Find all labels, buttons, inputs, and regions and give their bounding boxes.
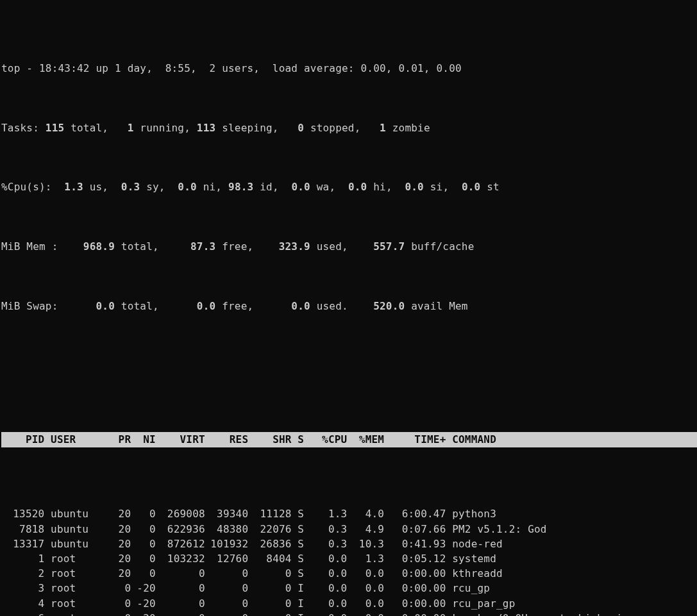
terminal[interactable]: top - 18:43:42 up 1 day, 8:55, 2 users, … (0, 0, 697, 616)
column-header-row[interactable]: PIDUSERPRNIVIRTRESSHRS%CPU%MEMTIME+COMMA… (1, 432, 697, 447)
cell-mem: 1.3 (347, 551, 384, 566)
cpu-st: 0.0 (462, 181, 487, 193)
mem-total: 968.9 (83, 240, 121, 253)
uptime-text: top - 18:43:42 up 1 day, 8:55, 2 users, … (1, 62, 462, 74)
col-mem[interactable]: %MEM (347, 432, 384, 447)
process-row[interactable]: 2root200000S0.00.00:00.00kthreadd (1, 566, 697, 581)
cpu-id-lbl: id, (260, 181, 291, 193)
col-time[interactable]: TIME+ (384, 432, 446, 447)
cell-shr: 0 (248, 566, 291, 581)
cell-pr: 20 (106, 551, 131, 566)
col-cmd[interactable]: COMMAND (446, 432, 496, 447)
cell-mem: 4.9 (347, 522, 384, 537)
cell-cmd: kworker/0:0H-events_highpri (446, 611, 623, 616)
cell-shr: 0 (248, 581, 291, 595)
tasks-sleeping-lbl: sleeping, (222, 122, 298, 134)
col-ni[interactable]: NI (131, 432, 156, 447)
cell-s: I (298, 611, 310, 616)
cell-virt: 0 (156, 566, 205, 581)
cpu-wa: 0.0 (291, 181, 316, 193)
cell-mem: 10.3 (347, 537, 384, 551)
cell-user: root (51, 581, 106, 595)
cell-shr: 22076 (248, 522, 291, 537)
cell-time: 0:00.00 (384, 566, 446, 581)
cell-pid: 1 (1, 551, 44, 566)
swap-avail-lbl: avail Mem (411, 300, 468, 312)
cell-time: 6:00.47 (384, 506, 446, 521)
cell-shr: 8404 (248, 551, 291, 566)
process-row[interactable]: 3root0-20000I0.00.00:00.00rcu_gp (1, 581, 697, 595)
blank-line (1, 358, 697, 373)
cell-user: ubuntu (51, 537, 106, 551)
cell-pr: 20 (106, 566, 131, 581)
cell-mem: 0.0 (347, 581, 384, 595)
cell-cpu: 0.0 (310, 611, 348, 616)
tasks-sleeping: 113 (197, 122, 222, 134)
cell-s: S (298, 537, 310, 551)
cell-res: 48380 (205, 522, 248, 537)
cell-shr: 11128 (248, 506, 291, 521)
cpu-si-lbl: si, (430, 181, 462, 193)
cell-res: 0 (205, 611, 248, 616)
cell-pid: 13317 (1, 537, 44, 551)
col-res[interactable]: RES (205, 432, 248, 447)
cell-user: ubuntu (51, 522, 106, 537)
cpu-ni: 0.0 (178, 181, 203, 193)
cell-res: 0 (205, 566, 248, 581)
cpu-si: 0.0 (405, 181, 430, 193)
cell-cmd: PM2 v5.1.2: God (446, 522, 547, 537)
cell-pid: 6 (1, 611, 44, 616)
col-cpu[interactable]: %CPU (310, 432, 348, 447)
col-virt[interactable]: VIRT (156, 432, 205, 447)
cell-s: S (298, 522, 310, 537)
cell-res: 101932 (205, 537, 248, 551)
cell-virt: 872612 (156, 537, 205, 551)
mem-free: 87.3 (190, 240, 222, 253)
process-row[interactable]: 4root0-20000I0.00.00:00.00rcu_par_gp (1, 596, 697, 611)
cell-cpu: 0.0 (310, 581, 348, 595)
cell-cmd: kthreadd (446, 566, 503, 581)
cpu-hi-lbl: hi, (373, 181, 405, 193)
tasks-stopped-lbl: stopped, (310, 122, 380, 134)
col-user[interactable]: USER (51, 432, 106, 447)
process-list[interactable]: 13520ubuntu2002690083934011128S1.34.06:0… (1, 506, 697, 616)
cell-time: 0:00.00 (384, 581, 446, 595)
mem-buff-lbl: buff/cache (411, 240, 474, 253)
process-row[interactable]: 13520ubuntu2002690083934011128S1.34.06:0… (1, 506, 697, 521)
tasks-running: 1 (128, 122, 140, 134)
cpu-wa-lbl: wa, (317, 181, 348, 193)
swap-total: 0.0 (96, 300, 121, 312)
col-s[interactable]: S (298, 432, 310, 447)
cell-virt: 269008 (156, 506, 205, 521)
cell-pr: 0 (106, 581, 131, 595)
process-row[interactable]: 13317ubuntu20087261210193226836S0.310.30… (1, 537, 697, 551)
col-shr[interactable]: SHR (248, 432, 291, 447)
cpu-id: 98.3 (228, 181, 260, 193)
tasks-stopped: 0 (298, 122, 310, 134)
cell-time: 0:05.12 (384, 551, 446, 566)
swap-used-lbl: used. (317, 300, 374, 312)
cell-shr: 26836 (248, 537, 291, 551)
process-row[interactable]: 6root0-20000I0.00.00:00.00kworker/0:0H-e… (1, 611, 697, 616)
cpu-sy-lbl: sy, (146, 181, 178, 193)
col-pr[interactable]: PR (106, 432, 131, 447)
mem-buff: 557.7 (373, 240, 411, 253)
summary-line-swap: MiB Swap: 0.0 total, 0.0 free, 0.0 used.… (1, 299, 697, 313)
swap-used: 0.0 (291, 300, 316, 312)
cell-ni: -20 (131, 581, 156, 595)
col-pid[interactable]: PID (1, 432, 44, 447)
cell-cpu: 0.3 (310, 522, 348, 537)
cell-cmd: python3 (446, 506, 496, 521)
cell-cmd: systemd (446, 551, 496, 566)
tasks-zombie: 1 (380, 122, 392, 134)
summary-line-uptime: top - 18:43:42 up 1 day, 8:55, 2 users, … (1, 61, 697, 76)
cell-pr: 20 (106, 537, 131, 551)
cell-pid: 2 (1, 566, 44, 581)
cell-shr: 0 (248, 596, 291, 611)
process-row[interactable]: 7818ubuntu2006229364838022076S0.34.90:07… (1, 522, 697, 537)
tasks-total: 115 (46, 122, 71, 134)
cell-pid: 7818 (1, 522, 44, 537)
process-row[interactable]: 1root200103232127608404S0.01.30:05.12sys… (1, 551, 697, 566)
cell-cpu: 0.3 (310, 537, 348, 551)
cell-ni: 0 (131, 537, 156, 551)
